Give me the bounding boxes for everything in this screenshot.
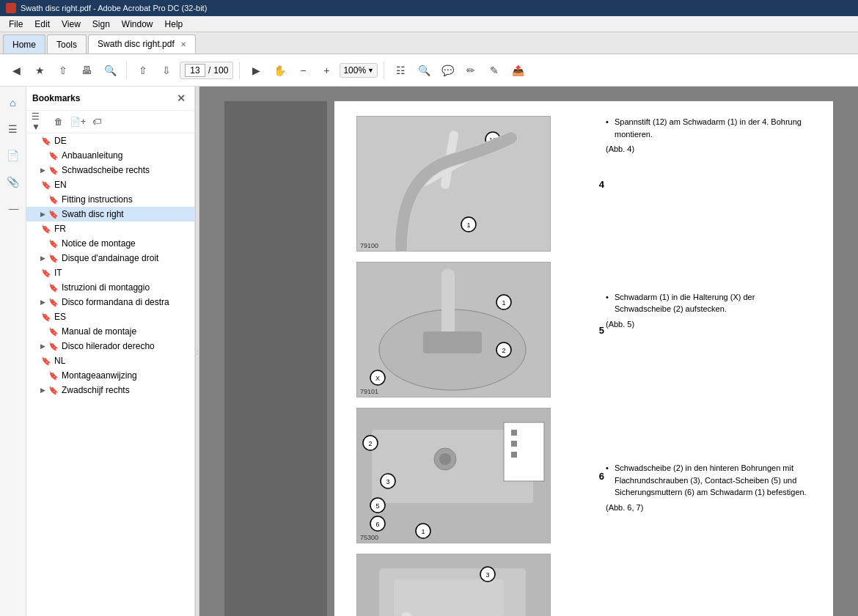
pdf-content: 12 1 79100 4 [356, 116, 811, 616]
zoom-dropdown-icon[interactable]: ▼ [367, 67, 374, 74]
bookmarks-icon-btn[interactable]: ☰ [3, 119, 23, 139]
bm-label-fr: FR [54, 224, 66, 234]
bm-item-es[interactable]: 🔖 ES [26, 309, 194, 324]
bookmark-icon-istruzioni: 🔖 [48, 283, 59, 293]
tab-pdf[interactable]: Swath disc right.pdf ✕ [88, 34, 196, 54]
hand-tool-btn[interactable]: ✋ [269, 60, 290, 81]
title-text: Swath disc right.pdf - Adobe Acrobat Pro… [21, 4, 207, 12]
expand-icon-it [31, 268, 40, 277]
tab-tools-label: Tools [56, 40, 77, 50]
bm-item-fr[interactable]: 🔖 FR [26, 221, 194, 236]
bm-item-nl[interactable]: 🔖 NL [26, 353, 194, 368]
bm-item-disco-hilerador[interactable]: ▶ 🔖 Disco hilerador derecho [26, 339, 194, 353]
expand-icon-disque: ▶ [38, 254, 47, 263]
zoom-out-btn[interactable]: − [293, 60, 313, 81]
pdf-area[interactable]: 12 1 79100 4 [199, 87, 858, 616]
page-total: 100 [213, 65, 228, 76]
tab-bar: Home Tools Swath disc right.pdf ✕ [0, 32, 858, 54]
svg-text:2: 2 [368, 440, 372, 447]
tab-home[interactable]: Home [3, 34, 45, 54]
bm-item-anbauanleitung[interactable]: 🔖 Anbauanleitung [26, 148, 194, 163]
tab-close-icon[interactable]: ✕ [180, 40, 186, 48]
tab-pdf-label: Swath disc right.pdf [98, 39, 175, 49]
img-placeholder-1: 12 1 79100 [356, 116, 551, 252]
bm-add-btn[interactable]: 📄+ [69, 114, 87, 130]
menu-file[interactable]: File [3, 18, 29, 31]
text-note-5: (Abb. 5) [606, 318, 811, 331]
bm-item-zwadschijf[interactable]: ▶ 🔖 Zwadschijf rechts [26, 383, 194, 397]
tab-home-label: Home [12, 40, 36, 50]
layers-icon-btn[interactable]: ⸻ [3, 198, 23, 219]
menu-sign[interactable]: Sign [87, 18, 116, 31]
bm-item-fitting[interactable]: 🔖 Fitting instructions [26, 192, 194, 207]
pdf-images-column: 12 1 79100 4 [356, 116, 591, 616]
bm-delete-btn[interactable]: 🗑 [50, 114, 67, 130]
zoom-in-btn[interactable]: + [316, 60, 337, 81]
menu-view[interactable]: View [56, 18, 87, 31]
img-code-3: 75300 [360, 534, 378, 541]
attachments-icon-btn[interactable]: 📎 [3, 172, 23, 192]
bm-label-es: ES [54, 312, 66, 322]
home-icon-btn[interactable]: ⌂ [3, 92, 23, 113]
menu-edit[interactable]: Edit [29, 18, 56, 31]
pages-icon-btn[interactable]: 📄 [3, 145, 23, 166]
bm-item-disco-formandana[interactable]: ▶ 🔖 Disco formandana di destra [26, 295, 194, 309]
tab-tools[interactable]: Tools [47, 34, 87, 54]
bm-item-disque[interactable]: ▶ 🔖 Disque d'andainage droit [26, 251, 194, 265]
bm-tag-btn[interactable]: 🏷 [88, 114, 106, 130]
menu-help[interactable]: Help [159, 18, 189, 31]
share-export-btn[interactable]: 📤 [507, 60, 528, 81]
expand-icon-fr [31, 224, 40, 233]
bookmarks-close-btn[interactable]: ✕ [174, 91, 188, 106]
bm-item-manual[interactable]: 🔖 Manual de montaje [26, 324, 194, 339]
page-input[interactable] [185, 64, 205, 77]
page-down-btn[interactable]: ⇩ [156, 60, 177, 81]
cursor-tool-btn[interactable]: ▶ [246, 60, 266, 81]
toolbar-back-btn[interactable]: ◀ [6, 60, 26, 81]
bm-options-btn[interactable]: ☰ ▼ [31, 114, 48, 130]
title-bar: Swath disc right.pdf - Adobe Acrobat Pro… [0, 0, 858, 16]
bookmark-icon-es: 🔖 [41, 312, 51, 322]
tools-btn[interactable]: ☷ [390, 60, 411, 81]
find-btn[interactable]: 🔍 [414, 60, 434, 81]
toolbar-print-btn[interactable]: 🖶 [76, 60, 97, 81]
bm-item-it[interactable]: 🔖 IT [26, 265, 194, 280]
bm-label-montageaanwijzing: Montageaanwijzing [62, 370, 137, 381]
svg-text:1: 1 [421, 528, 425, 535]
expand-icon-zwadschijf: ▶ [38, 386, 47, 395]
bookmarks-panel: Bookmarks ✕ ☰ ▼ 🗑 📄+ 🏷 🔖 DE 🔖 Anbauanlei… [26, 87, 195, 616]
bm-item-schwadscheibe[interactable]: ▶ 🔖 Schwadscheibe rechts [26, 163, 194, 177]
expand-icon-schwadscheibe: ▶ [38, 166, 47, 175]
sign-btn[interactable]: ✎ [484, 60, 505, 81]
bookmarks-header: Bookmarks ✕ [26, 87, 194, 111]
bm-item-de[interactable]: 🔖 DE [26, 133, 194, 148]
bm-item-swath-disc[interactable]: ▶ 🔖 Swath disc right [26, 207, 194, 221]
svg-rect-34 [511, 452, 517, 458]
page-up-btn[interactable]: ⇧ [133, 60, 153, 81]
bookmark-icon-notice: 🔖 [48, 239, 59, 249]
zoom-level: 100% [343, 65, 366, 76]
bm-label-it: IT [54, 268, 62, 278]
toolbar-bookmark-btn[interactable]: ★ [29, 60, 50, 81]
separator2 [239, 62, 240, 79]
svg-text:1: 1 [466, 221, 470, 229]
bookmark-icon-fr: 🔖 [41, 224, 51, 234]
menu-window[interactable]: Window [116, 18, 159, 31]
svg-text:1: 1 [502, 299, 505, 307]
comment-btn[interactable]: 💬 [437, 60, 458, 81]
svg-text:3: 3 [485, 571, 489, 579]
bookmarks-toolbar: ☰ ▼ 🗑 📄+ 🏷 [26, 111, 194, 133]
svg-rect-10 [423, 331, 482, 353]
toolbar-search-btn[interactable]: 🔍 [100, 60, 120, 81]
pdf-image-4: 3 1 [356, 554, 591, 616]
toolbar-share-btn[interactable]: ⇧ [53, 60, 73, 81]
svg-text:3: 3 [386, 478, 389, 485]
bm-item-en[interactable]: 🔖 EN [26, 177, 194, 192]
separator3 [384, 62, 384, 79]
draw-btn[interactable]: ✏ [461, 60, 481, 81]
zoom-control[interactable]: 100% ▼ [340, 63, 378, 78]
text-bullet-5: Schwadarm (1) in die Halterung (X) der S… [606, 291, 811, 315]
bm-item-istruzioni[interactable]: 🔖 Istruzioni di montaggio [26, 280, 194, 295]
bm-item-notice[interactable]: 🔖 Notice de montage [26, 236, 194, 251]
bm-item-montageaanwijzing[interactable]: 🔖 Montageaanwijzing [26, 368, 194, 383]
